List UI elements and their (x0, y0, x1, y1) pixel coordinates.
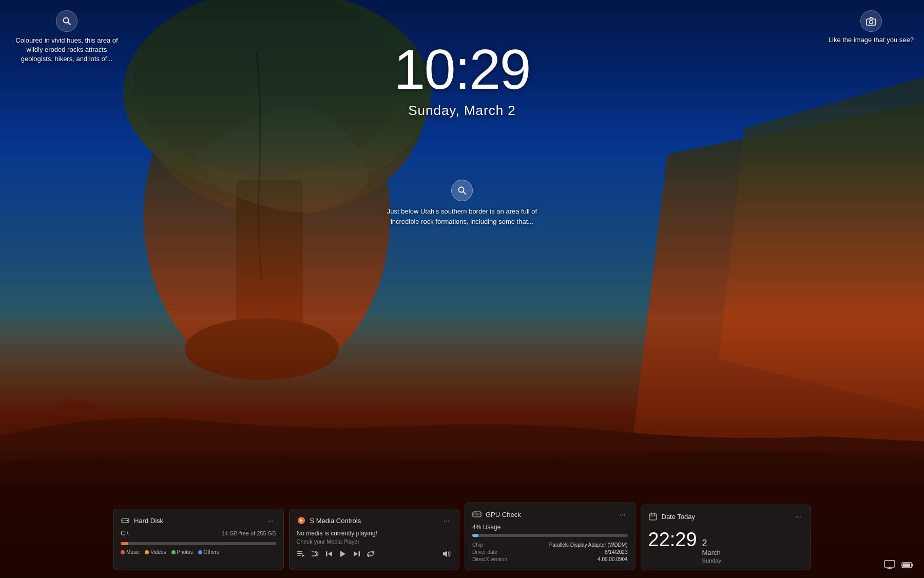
legend-videos-label: Videos (150, 549, 166, 555)
gpu-directx-key: DirectX version (472, 556, 518, 562)
clock-area: 10:29 Sunday, March 2 (394, 41, 530, 119)
legend-photos-dot (171, 550, 176, 554)
monitor-icon[interactable] (884, 560, 895, 572)
gpu-title-row: GPU Check (472, 510, 521, 519)
center-search-button[interactable] (451, 180, 473, 201)
gpu-directx-val: 4.09.00.0904 (598, 556, 627, 562)
gpu-driver-key: Driver date (472, 549, 518, 555)
media-play-btn[interactable] (339, 550, 347, 558)
hard-disk-icon (121, 516, 130, 525)
svg-rect-22 (297, 555, 301, 556)
media-prev-btn[interactable] (325, 550, 333, 557)
svg-line-15 (464, 192, 466, 195)
gpu-chip-row: Chip Parallels Display Adapter (WDDM) (472, 542, 628, 548)
top-right-tooltip: Like the image that you see? (829, 36, 914, 44)
svg-rect-44 (903, 564, 910, 567)
date-info: 2 March Sunday (702, 538, 721, 564)
svg-marker-29 (443, 551, 447, 557)
legend-photos: Photos (171, 549, 193, 555)
gpu-title: GPU Check (486, 511, 521, 518)
date-weekday: Sunday (702, 557, 721, 564)
top-left-description: Coloured in vivid hues, this area of wil… (10, 36, 123, 64)
media-title: S Media Controls (310, 517, 361, 525)
date-header: Date Today ··· (648, 511, 804, 522)
hard-disk-menu[interactable]: ··· (266, 515, 276, 526)
svg-marker-24 (328, 551, 332, 556)
hd-legend: Music Videos Photos Others (121, 549, 276, 555)
legend-others-dot (198, 550, 202, 554)
svg-line-11 (68, 23, 71, 25)
svg-rect-35 (649, 514, 657, 520)
hd-size: 14 GB free of 255 GB (222, 530, 276, 536)
top-left-info: Coloured in vivid hues, this area of wil… (10, 10, 123, 64)
svg-point-6 (185, 318, 339, 380)
date-display: 22:29 2 March Sunday (648, 530, 804, 564)
media-subtitle: Check your Media Player (297, 538, 452, 545)
media-controls-header: S Media Controls ··· (297, 515, 452, 526)
center-search-description: Just below Utah's southern border is an … (375, 206, 549, 226)
svg-rect-31 (474, 513, 476, 515)
top-left-search-button[interactable] (56, 10, 78, 32)
date-today-widget: Date Today ··· 22:29 2 March Sunday (641, 505, 812, 570)
media-menu[interactable]: ··· (441, 515, 452, 526)
top-right-info: Like the image that you see? (829, 10, 914, 44)
date-day: 2 (702, 538, 721, 549)
legend-videos-dot (145, 550, 149, 554)
svg-point-17 (127, 520, 128, 522)
date-title: Date Today (662, 513, 696, 521)
media-volume-btn[interactable] (442, 550, 452, 557)
media-controls-row (297, 550, 452, 558)
svg-marker-23 (302, 554, 304, 557)
hd-progress-bar-container (121, 542, 276, 545)
svg-marker-19 (300, 519, 303, 522)
clock-time: 10:29 (394, 41, 530, 98)
gpu-driver-val: 8/14/2023 (605, 549, 628, 555)
date-icon (648, 512, 658, 521)
svg-rect-43 (912, 564, 913, 567)
gpu-chip-val: Parallels Display Adapter (WDDM) (549, 542, 628, 548)
legend-others: Others (198, 549, 219, 555)
legend-music-dot (121, 550, 125, 554)
media-shuffle-btn[interactable] (311, 551, 319, 557)
svg-rect-28 (358, 551, 360, 556)
hd-progress-bar (121, 542, 128, 545)
hard-disk-widget: Hard Disk ··· C:\ 14 GB free of 255 GB M… (113, 509, 284, 570)
clock-date: Sunday, March 2 (394, 103, 530, 119)
date-month: March (702, 549, 721, 556)
svg-rect-25 (326, 551, 328, 556)
svg-rect-20 (297, 551, 302, 552)
widgets-bar: Hard Disk ··· C:\ 14 GB free of 255 GB M… (0, 496, 924, 578)
gpu-bar-container (472, 534, 628, 537)
gpu-chip-key: Chip (472, 542, 518, 548)
center-search-area: Just below Utah's southern border is an … (375, 180, 549, 226)
media-controls-widget: S Media Controls ··· No media is current… (289, 509, 460, 570)
svg-marker-26 (340, 551, 345, 557)
media-playlist-btn[interactable] (297, 550, 305, 558)
date-menu[interactable]: ··· (793, 511, 803, 522)
date-time-big: 22:29 (648, 530, 697, 549)
media-icon (297, 516, 306, 525)
bottom-right-icons (884, 560, 914, 572)
legend-others-label: Others (204, 549, 219, 555)
gpu-driver-row: Driver date 8/14/2023 (472, 549, 628, 555)
svg-marker-27 (354, 551, 358, 556)
gpu-icon (472, 510, 482, 519)
svg-point-2 (144, 51, 390, 380)
gpu-usage-label: 4% Usage (472, 524, 628, 531)
media-repeat-btn[interactable] (367, 551, 375, 557)
battery-icon[interactable] (901, 561, 914, 571)
svg-point-9 (133, 0, 400, 175)
camera-button[interactable] (860, 10, 882, 32)
gpu-directx-row: DirectX version 4.09.00.0904 (472, 556, 628, 562)
hard-disk-title-row: Hard Disk (121, 516, 163, 525)
legend-photos-label: Photos (177, 549, 193, 555)
hard-disk-header: Hard Disk ··· (121, 515, 276, 526)
legend-videos: Videos (145, 549, 166, 555)
svg-rect-21 (297, 553, 302, 554)
legend-music-label: Music (126, 549, 140, 555)
gpu-menu[interactable]: ··· (618, 509, 628, 519)
svg-rect-5 (236, 180, 303, 334)
svg-rect-39 (884, 561, 895, 567)
media-status: No media is currently playing! (297, 530, 452, 537)
media-next-btn[interactable] (353, 550, 360, 557)
